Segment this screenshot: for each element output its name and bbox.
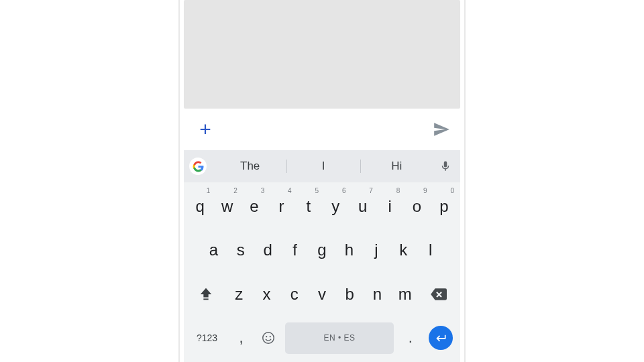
period-key[interactable]: . xyxy=(396,318,424,359)
key-n[interactable]: n xyxy=(364,274,391,314)
svg-point-3 xyxy=(270,336,271,337)
key-w[interactable]: w2 xyxy=(213,186,240,227)
message-input[interactable] xyxy=(215,116,429,143)
key-v[interactable]: v xyxy=(308,274,335,314)
key-h[interactable]: h xyxy=(335,231,362,271)
key-t[interactable]: t5 xyxy=(295,186,322,227)
key-r[interactable]: r4 xyxy=(268,186,294,227)
suggestion-3[interactable]: Hi xyxy=(360,150,433,182)
key-m[interactable]: m xyxy=(391,274,419,314)
key-e[interactable]: e3 xyxy=(241,186,268,227)
message-area xyxy=(184,0,460,109)
key-p[interactable]: p0 xyxy=(431,186,458,227)
key-b[interactable]: b xyxy=(336,274,364,314)
key-y[interactable]: y6 xyxy=(322,186,349,227)
backspace-key[interactable] xyxy=(419,274,458,314)
key-row-3: z x c v b n m xyxy=(186,274,458,314)
key-l[interactable]: l xyxy=(417,231,443,271)
google-search-button[interactable] xyxy=(189,158,207,175)
svg-point-2 xyxy=(266,336,267,337)
shift-icon xyxy=(199,287,213,302)
key-x[interactable]: x xyxy=(253,274,280,314)
key-row-2: a s d f g h j k l xyxy=(186,231,458,271)
mic-button[interactable] xyxy=(436,157,455,176)
svg-point-1 xyxy=(263,333,274,344)
key-s[interactable]: s xyxy=(227,231,254,271)
suggestion-list: The I Hi xyxy=(213,150,433,182)
backspace-icon xyxy=(429,286,447,303)
compose-bar: + xyxy=(184,109,460,150)
enter-key[interactable] xyxy=(424,318,458,359)
send-button[interactable] xyxy=(429,117,453,141)
key-i[interactable]: i8 xyxy=(376,186,403,227)
key-q[interactable]: q1 xyxy=(186,186,213,227)
space-key[interactable]: EN • ES xyxy=(285,322,394,355)
key-j[interactable]: j xyxy=(363,231,390,271)
suggestion-2[interactable]: I xyxy=(286,150,360,182)
google-g-icon xyxy=(193,161,204,172)
enter-icon xyxy=(434,331,447,345)
emoji-key[interactable] xyxy=(255,318,282,359)
key-row-1: q1 w2 e3 r4 t5 y6 u7 i8 o9 p0 xyxy=(186,186,458,227)
suggestion-strip: The I Hi xyxy=(184,150,460,182)
key-g[interactable]: g xyxy=(309,231,335,271)
key-row-4: ?123 , EN • ES . xyxy=(186,318,458,359)
key-o[interactable]: o9 xyxy=(403,186,430,227)
key-a[interactable]: a xyxy=(200,231,227,271)
suggestion-1[interactable]: The xyxy=(213,150,286,182)
symbols-key[interactable]: ?123 xyxy=(186,318,227,359)
send-icon xyxy=(433,121,450,138)
emoji-icon xyxy=(261,330,276,345)
key-z[interactable]: z xyxy=(225,274,253,314)
svg-rect-0 xyxy=(203,298,208,300)
key-f[interactable]: f xyxy=(281,231,308,271)
add-button[interactable]: + xyxy=(196,120,215,139)
key-k[interactable]: k xyxy=(390,231,417,271)
key-c[interactable]: c xyxy=(280,274,308,314)
mic-icon xyxy=(439,160,451,172)
key-d[interactable]: d xyxy=(254,231,281,271)
phone-frame: + The I Hi q1 w2 e3 r4 xyxy=(178,0,466,362)
shift-key[interactable] xyxy=(186,274,225,314)
comma-key[interactable]: , xyxy=(227,318,255,359)
key-u[interactable]: u7 xyxy=(349,186,376,227)
keyboard: q1 w2 e3 r4 t5 y6 u7 i8 o9 p0 a s d f g … xyxy=(184,182,460,362)
